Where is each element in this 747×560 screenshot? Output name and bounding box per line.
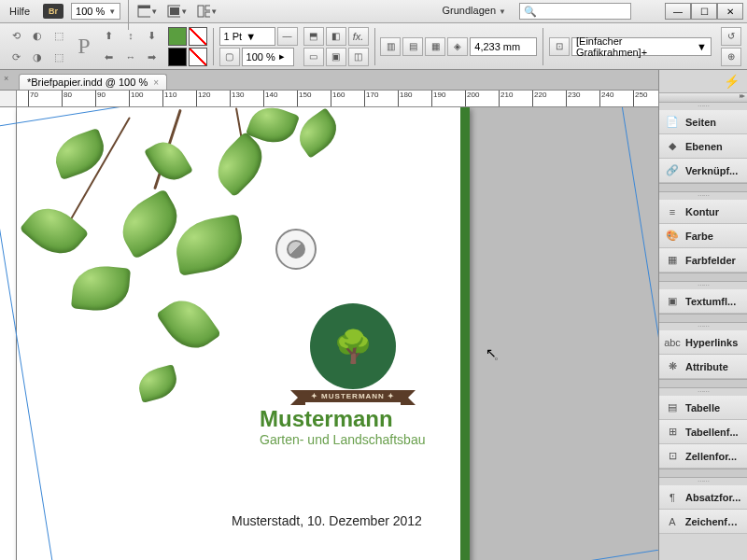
divider: [543, 28, 543, 65]
opacity-field[interactable]: 100 %▸: [242, 48, 294, 66]
ruler-tick: 220: [532, 91, 546, 107]
align-right-icon[interactable]: ➡: [142, 47, 162, 67]
panel-parafmt[interactable]: ¶Absatzfor...: [659, 485, 747, 510]
arrange-icon[interactable]: ▼: [196, 1, 218, 21]
opacity-icon[interactable]: ▢: [219, 48, 240, 66]
divider: [213, 28, 214, 65]
panel-pages[interactable]: 📄Seiten: [659, 110, 747, 134]
panel-grip[interactable]: [659, 388, 747, 396]
stroke-style-icon[interactable]: —: [277, 27, 298, 46]
fill-swatch[interactable]: [168, 27, 187, 46]
collapse-dock-button[interactable]: [659, 93, 747, 103]
frame-fit-icon[interactable]: ⊡: [549, 37, 570, 56]
horizontal-ruler[interactable]: 7080901001101201301401501601701801902002…: [0, 91, 747, 107]
ruler-tick: 180: [398, 91, 412, 107]
ruler-tick: 170: [364, 91, 378, 107]
wrap-jump-icon[interactable]: ◫: [348, 48, 369, 66]
panel-label: Tabellenf...: [685, 427, 739, 438]
flip-v-icon[interactable]: ⟳: [6, 47, 26, 67]
panel-swatches[interactable]: ▦Farbfelder: [659, 248, 747, 273]
wrap-around-icon[interactable]: ▣: [326, 48, 346, 66]
document-page[interactable]: 🌳 ✦ MUSTERMANN ✦ Mustermann Garten- und …: [17, 107, 470, 560]
text-fill-swatch[interactable]: [168, 48, 187, 66]
panel-grip[interactable]: [659, 478, 747, 485]
svg-rect-4: [198, 6, 204, 17]
align-left-icon[interactable]: ⬅: [99, 47, 120, 67]
zoom-field[interactable]: 100 % ▼: [71, 3, 120, 20]
panel-grip[interactable]: [659, 192, 747, 200]
align-bot-icon[interactable]: ⬇: [142, 25, 162, 46]
panel-table[interactable]: ▤Tabelle: [659, 396, 747, 420]
ruler-tick: 230: [566, 91, 580, 107]
text-stroke-swatch[interactable]: [189, 48, 207, 66]
wrap-none-icon[interactable]: ▭: [303, 48, 324, 66]
document-tab-bar: × *Briefpapier.indd @ 100 % ×: [0, 70, 747, 91]
panel-cellfmt[interactable]: ⊡Zellenfor...: [659, 444, 747, 469]
minimize-button[interactable]: —: [665, 3, 691, 20]
stroke-weight-field[interactable]: 1 Pt▼: [219, 27, 275, 46]
new-style-icon[interactable]: ⊕: [721, 48, 741, 66]
paragraph-marker-icon[interactable]: P: [75, 26, 93, 67]
panel-grip[interactable]: [659, 282, 747, 289]
scale-icon[interactable]: ◑: [27, 47, 48, 67]
panel-grip[interactable]: [659, 103, 747, 110]
rotate-icon[interactable]: ◐: [27, 25, 48, 46]
search-input[interactable]: 🔍: [519, 3, 631, 20]
fit-center-icon[interactable]: ◈: [447, 37, 468, 56]
fx-corner-icon[interactable]: ◧: [326, 27, 346, 46]
close-all-icon[interactable]: ×: [4, 74, 8, 83]
leaf-image: [135, 364, 181, 403]
distribute-icon[interactable]: ⬚: [49, 47, 69, 67]
company-name: Mustermann: [260, 406, 425, 432]
color-icon: 🎨: [665, 229, 680, 244]
panel-hyperlinks[interactable]: abcHyperlinks: [659, 330, 747, 355]
zoom-value: 100 %: [76, 6, 105, 17]
fit-frame-icon[interactable]: ▤: [402, 37, 423, 56]
fit-prop-icon[interactable]: ▦: [425, 37, 445, 56]
panel-textwrap[interactable]: ▣Textumfl...: [659, 289, 747, 314]
clear-override-icon[interactable]: ↺: [721, 27, 741, 46]
workspace-switcher[interactable]: Grundlagen ▼: [437, 0, 512, 22]
ruler-tick: 100: [129, 91, 143, 107]
fx-pathfinder-icon[interactable]: ⬒: [303, 27, 324, 46]
fx-button[interactable]: fx.: [348, 27, 369, 46]
panel-layers[interactable]: ◆Ebenen: [659, 134, 747, 159]
view-options-icon[interactable]: ▼: [136, 1, 159, 21]
close-button[interactable]: ✕: [717, 3, 743, 20]
object-style-field[interactable]: [Einfacher Grafikrahmen]+▼: [571, 37, 712, 56]
tool-cluster-transform: ⟲ ◐ ⬚ ⟳ ◑ ⬚: [6, 25, 69, 67]
panel-grip[interactable]: [659, 323, 747, 330]
svg-rect-1: [138, 6, 150, 8]
fill-stroke-swatches: [168, 27, 207, 66]
quick-apply-icon[interactable]: ⚡: [659, 70, 747, 93]
fit-content-icon[interactable]: ▥: [380, 37, 401, 56]
ruler-tick: 250: [633, 91, 647, 107]
flip-h-icon[interactable]: ⟲: [6, 25, 26, 46]
tab-close-icon[interactable]: ×: [153, 77, 159, 88]
bridge-icon[interactable]: Br: [43, 4, 63, 19]
leaf-image: [156, 290, 221, 358]
dimension-field[interactable]: 4,233 mm: [470, 37, 537, 56]
panel-links[interactable]: 🔗Verknüpf...: [659, 159, 747, 183]
align-cen-icon[interactable]: ↔: [120, 47, 141, 67]
ruler-origin-icon[interactable]: [0, 91, 17, 107]
screen-mode-icon[interactable]: ▼: [166, 1, 189, 21]
stroke-swatch[interactable]: [189, 27, 207, 46]
panel-tablefmt[interactable]: ⊞Tabellenf...: [659, 420, 747, 444]
panel-label: Ebenen: [685, 141, 723, 152]
panel-color[interactable]: 🎨Farbe: [659, 224, 747, 248]
panel-stroke[interactable]: ≡Kontur: [659, 200, 747, 224]
align-mid-icon[interactable]: ↕: [120, 25, 141, 46]
panel-attributes[interactable]: ❋Attribute: [659, 355, 747, 379]
align-icon[interactable]: ⬚: [49, 25, 69, 46]
rotation-handle-icon[interactable]: [275, 229, 317, 270]
panel-charfmt[interactable]: AZeichenfo...: [659, 510, 747, 534]
canvas-area[interactable]: 🌳 ✦ MUSTERMANN ✦ Mustermann Garten- und …: [0, 107, 658, 560]
align-top-icon[interactable]: ⬆: [99, 25, 120, 46]
maximize-button[interactable]: ☐: [691, 3, 717, 20]
menu-help[interactable]: Hilfe: [4, 1, 35, 22]
vertical-ruler[interactable]: [0, 107, 17, 560]
document-tab[interactable]: *Briefpapier.indd @ 100 % ×: [19, 74, 167, 90]
panel-label: Absatzfor...: [685, 492, 740, 503]
panel-separator: [659, 469, 747, 478]
